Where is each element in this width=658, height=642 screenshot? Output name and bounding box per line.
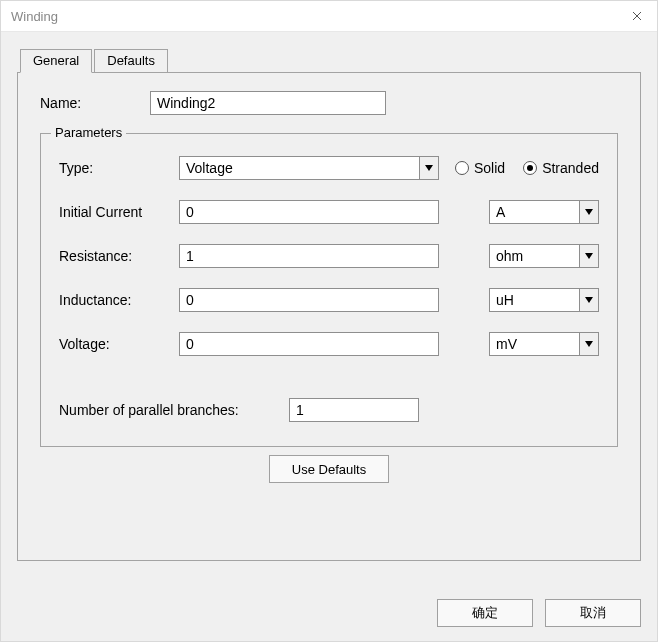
chevron-down-icon [419,157,438,179]
inductance-unit-dropdown[interactable]: uH [489,288,599,312]
voltage-unit-dropdown[interactable]: mV [489,332,599,356]
close-button[interactable] [617,1,657,31]
radio-stranded-label: Stranded [542,160,599,176]
ok-button[interactable]: 确定 [437,599,533,627]
chevron-down-icon [579,289,598,311]
resistance-input[interactable] [179,244,439,268]
titlebar: Winding [1,1,657,32]
voltage-unit: mV [490,336,523,352]
window-title: Winding [11,9,58,24]
type-row: Type: Voltage Solid [59,156,599,180]
cancel-button[interactable]: 取消 [545,599,641,627]
parallel-row: Number of parallel branches: [59,398,599,422]
parallel-input[interactable] [289,398,419,422]
radio-solid[interactable]: Solid [455,160,505,176]
voltage-input[interactable] [179,332,439,356]
resistance-unit: ohm [490,248,529,264]
name-row: Name: [40,91,618,115]
chevron-down-icon [579,201,598,223]
initial-current-unit-dropdown[interactable]: A [489,200,599,224]
close-icon [632,8,642,24]
tab-strip: General Defaults [20,48,170,72]
inductance-label: Inductance: [59,292,179,308]
use-defaults-button[interactable]: Use Defaults [269,455,389,483]
parameters-legend: Parameters [51,125,126,140]
window: Winding General Defaults Name: Parameter… [0,0,658,642]
resistance-unit-dropdown[interactable]: ohm [489,244,599,268]
initial-current-input[interactable] [179,200,439,224]
resistance-label: Resistance: [59,248,179,264]
use-defaults-row: Use Defaults [40,455,618,483]
initial-current-label: Initial Current [59,204,179,220]
radio-icon [455,161,469,175]
type-label: Type: [59,160,179,176]
initial-current-row: Initial Current A [59,200,599,224]
voltage-row: Voltage: mV [59,332,599,356]
chevron-down-icon [579,245,598,267]
tab-general[interactable]: General [20,49,92,73]
inductance-unit: uH [490,292,520,308]
tab-panel-general: Name: Parameters Type: Voltage [17,72,641,561]
radio-solid-label: Solid [474,160,505,176]
tab-defaults[interactable]: Defaults [94,49,168,73]
footer-buttons: 确定 取消 [437,599,641,627]
voltage-label: Voltage: [59,336,179,352]
inductance-row: Inductance: uH [59,288,599,312]
body: General Defaults Name: Parameters Type: … [1,32,657,641]
chevron-down-icon [579,333,598,355]
name-input[interactable] [150,91,386,115]
resistance-row: Resistance: ohm [59,244,599,268]
type-dropdown[interactable]: Voltage [179,156,439,180]
radio-stranded[interactable]: Stranded [523,160,599,176]
parameters-group: Parameters Type: Voltage Sol [40,133,618,447]
initial-current-unit: A [490,204,511,220]
parallel-label: Number of parallel branches: [59,402,289,418]
radio-icon [523,161,537,175]
conductor-radio-group: Solid Stranded [455,160,599,176]
name-label: Name: [40,95,150,111]
tab-container: General Defaults Name: Parameters Type: … [17,48,641,561]
inductance-input[interactable] [179,288,439,312]
type-value: Voltage [180,160,239,176]
